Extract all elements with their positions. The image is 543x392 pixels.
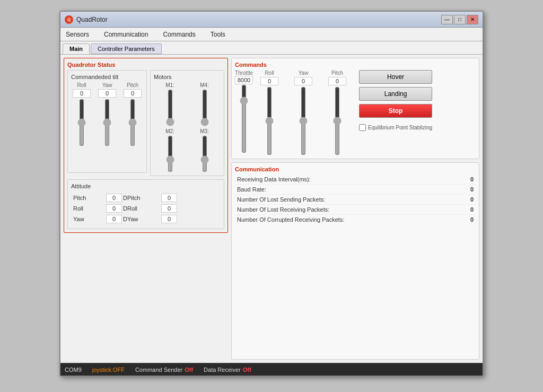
- comm-val-2: 0: [463, 196, 474, 203]
- status-com: COM9: [65, 367, 82, 373]
- comm-label-0: Receiving Data Interval(ms):: [237, 176, 311, 182]
- tab-main[interactable]: Main: [63, 43, 90, 54]
- dpitch-value: 0: [161, 194, 177, 202]
- cmd-yaw-col: Yaw 0: [290, 70, 317, 155]
- window-controls: — □ ✕: [441, 15, 478, 24]
- title-bar-left: Q QuadRotor: [65, 15, 108, 24]
- landing-button[interactable]: Landing: [359, 87, 432, 101]
- maximize-button[interactable]: □: [454, 15, 466, 24]
- roll-att-label: Roll: [73, 205, 105, 212]
- m2-col: M2:: [154, 128, 186, 172]
- motors-grid: M1: M4: M2:: [154, 82, 221, 172]
- throttle-slider[interactable]: [239, 84, 249, 153]
- roll-label: Roll: [77, 82, 86, 88]
- menu-communication[interactable]: Communication: [101, 30, 151, 39]
- commanded-tilt-label: Commandeded tilt: [71, 74, 143, 80]
- comm-row-0: Receiving Data Interval(ms): 0: [235, 175, 476, 185]
- comm-val-0: 0: [463, 176, 474, 182]
- cmd-buttons: Hover Landing Stop Equilibrium Point Sta…: [359, 70, 432, 131]
- comm-row-3: Number Of Lost Receiving Packets: 0: [235, 205, 476, 215]
- close-button[interactable]: ✕: [467, 15, 478, 24]
- quadrotor-status-section: Quadrotor Status Commandeded tilt Roll 0: [64, 58, 228, 233]
- hover-button[interactable]: Hover: [359, 70, 432, 84]
- comm-row-4: Number Of Corrupted Receiving Packets: 0: [235, 215, 476, 224]
- comm-rows: Receiving Data Interval(ms): 0 Baud Rate…: [235, 175, 476, 224]
- minimize-button[interactable]: —: [441, 15, 453, 24]
- motors-box: Motors M1: M4: M2:: [150, 70, 224, 176]
- roll-att-value: 0: [106, 204, 122, 213]
- comm-val-3: 0: [463, 206, 474, 213]
- m4-slider[interactable]: [199, 89, 210, 126]
- m3-col: M3:: [188, 128, 221, 172]
- attitude-grid: Pitch 0 DPitch 0 Roll 0 DRoll 0 Yaw 0 DY…: [71, 191, 221, 225]
- communication-section: Communication Receiving Data Interval(ms…: [231, 162, 479, 360]
- command-sender-label: Command Sender: [135, 367, 182, 373]
- throttle-label: Throttle: [235, 70, 253, 76]
- menu-sensors[interactable]: Sensors: [63, 30, 92, 39]
- cmd-roll-value: 0: [260, 77, 278, 85]
- roll-slider-col: Roll 0: [71, 82, 92, 146]
- yaw-label: Yaw: [102, 82, 112, 88]
- droll-value: 0: [161, 204, 177, 213]
- comm-label-2: Number Of Lost Sending Packets:: [237, 196, 325, 203]
- dyaw-label: DYaw: [123, 216, 160, 222]
- com-value: COM9: [65, 367, 82, 373]
- tabs-bar: Main Controller Parameters: [60, 41, 483, 55]
- motors-label: Motors: [154, 74, 221, 80]
- m4-label: M4:: [200, 82, 209, 88]
- comm-label-3: Number Of Lost Receiving Packets:: [237, 206, 329, 213]
- eq-checkbox[interactable]: [359, 124, 366, 131]
- tab-controller-parameters[interactable]: Controller Parameters: [91, 43, 162, 54]
- cmd-roll-col: Roll 0: [256, 70, 283, 155]
- cmd-pitch-slider[interactable]: [332, 86, 343, 155]
- status-bar: COM9 joystick:OFF Command Sender Off Dat…: [60, 363, 483, 376]
- data-receiver-label: Data Receiver: [204, 367, 241, 373]
- window-title: QuadRotor: [76, 16, 108, 23]
- commands-box: Commands Throttle 8000 Roll 0: [231, 58, 479, 159]
- roll-slider[interactable]: [76, 99, 87, 146]
- cmd-pitch-label: Pitch: [331, 70, 343, 76]
- pitch-slider[interactable]: [127, 99, 138, 146]
- main-content: Quadrotor Status Commandeded tilt Roll 0: [60, 55, 483, 363]
- roll-value: 0: [73, 89, 91, 98]
- cmd-yaw-slider[interactable]: [298, 86, 309, 155]
- m1-col: M1:: [154, 82, 186, 126]
- comm-val-4: 0: [463, 216, 474, 223]
- stop-button[interactable]: Stop: [359, 104, 432, 118]
- cmd-pitch-col: Pitch 0: [324, 70, 351, 155]
- app-icon: Q: [65, 15, 73, 24]
- cmd-pitch-value: 0: [328, 77, 346, 85]
- pitch-att-label: Pitch: [73, 195, 105, 201]
- throttle-area: Throttle 8000: [235, 70, 253, 153]
- pitch-att-value: 0: [106, 194, 122, 202]
- attitude-box: Attitude Pitch 0 DPitch 0 Roll 0 DRoll 0…: [67, 179, 224, 229]
- communication-title: Communication: [235, 166, 476, 172]
- menu-tools[interactable]: Tools: [207, 30, 229, 39]
- eq-label: Equilibrium Point Stablizing: [368, 125, 432, 130]
- comm-row-2: Number Of Lost Sending Packets: 0: [235, 195, 476, 205]
- m3-label: M3:: [200, 128, 209, 134]
- m1-slider[interactable]: [165, 89, 176, 126]
- cmd-yaw-label: Yaw: [299, 70, 309, 76]
- droll-label: DRoll: [123, 205, 160, 212]
- m2-label: M2:: [165, 128, 174, 134]
- status-command-sender: Command Sender Off: [135, 367, 193, 373]
- attitude-label: Attitude: [71, 183, 221, 189]
- command-sender-value: Off: [185, 367, 193, 373]
- cmd-roll-slider[interactable]: [264, 86, 275, 155]
- yaw-slider[interactable]: [102, 99, 112, 146]
- comm-label-1: Baud Rate:: [237, 186, 266, 193]
- main-window: Q QuadRotor — □ ✕ Sensors Communication …: [59, 11, 484, 377]
- menu-commands[interactable]: Commands: [160, 30, 198, 39]
- cmd-roll-label: Roll: [265, 70, 274, 76]
- throttle-value: 8000: [235, 76, 253, 84]
- title-bar: Q QuadRotor — □ ✕: [60, 12, 483, 28]
- m1-label: M1:: [165, 82, 174, 88]
- eq-checkbox-row: Equilibrium Point Stablizing: [359, 124, 432, 131]
- pitch-value: 0: [124, 89, 142, 98]
- comm-row-1: Baud Rate: 0: [235, 185, 476, 195]
- m2-slider[interactable]: [165, 135, 176, 172]
- m3-slider[interactable]: [199, 135, 210, 172]
- comm-val-1: 0: [463, 186, 474, 193]
- quadrotor-status-title: Quadrotor Status: [67, 62, 224, 68]
